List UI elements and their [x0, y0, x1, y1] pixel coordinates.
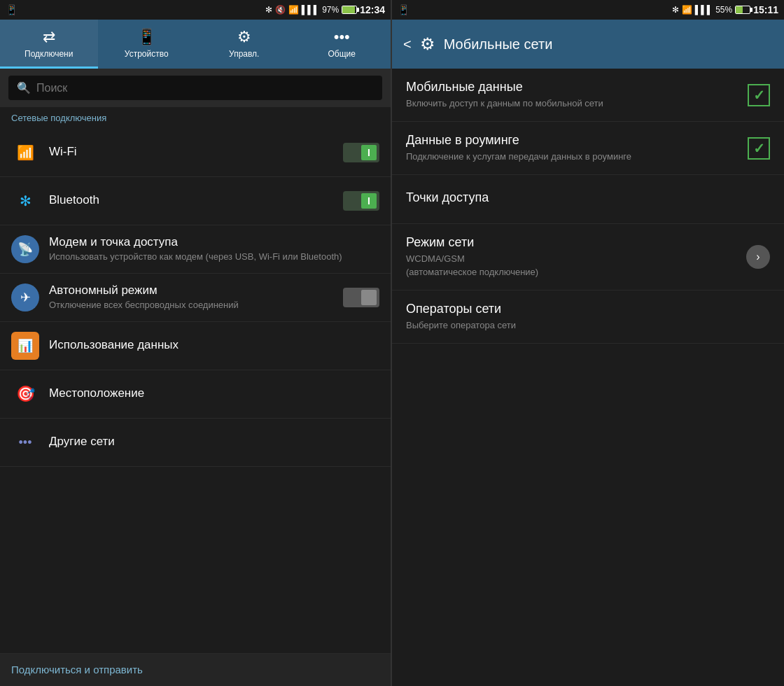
tab-connections-label: Подключени [24, 49, 73, 59]
bottom-bar[interactable]: Подключиться и отправить [0, 653, 391, 686]
airplane-symbol: ✈ [20, 290, 31, 305]
modem-title: Модем и точка доступа [49, 235, 379, 249]
signal-icon: ▌▌▌ [302, 5, 320, 15]
status-icons-right: ✻ 🔇 📶 ▌▌▌ 97% 12:34 [265, 4, 385, 15]
menu-item-modem[interactable]: 📡 Модем и точка доступа Использовать уст… [0, 225, 391, 274]
search-bar: 🔍 [0, 69, 391, 107]
right-menu-item-network-mode[interactable]: Режим сети WCDMA/GSM(автоматическое подк… [392, 224, 784, 290]
menu-item-bluetooth[interactable]: ✻ Bluetooth I [0, 177, 391, 225]
network-mode-subtitle: WCDMA/GSM(автоматическое подключение) [406, 253, 746, 278]
tab-general[interactable]: ••• Общие [293, 20, 391, 69]
modem-symbol: 📡 [18, 241, 33, 257]
mobile-data-subtitle: Включить доступ к данным по мобильной се… [406, 97, 748, 110]
right-panel: 📱 ✻ 📶 ▌▌▌ 55% 15:11 < ⚙ Мобильные сети М… [392, 0, 784, 686]
right-menu-item-mobile-data[interactable]: Мобильные данные Включить доступ к данны… [392, 69, 784, 122]
data-symbol: 📊 [18, 338, 33, 354]
tab-connections-icon: ⇄ [43, 28, 55, 46]
access-points-title: Точки доступа [406, 190, 770, 205]
roaming-subtitle: Подключение к услугам передачи данных в … [406, 150, 748, 163]
settings-gear-icon: ⚙ [420, 34, 435, 54]
mobile-data-checkmark[interactable]: ✓ [748, 84, 770, 106]
data-icon: 📊 [11, 332, 39, 360]
tab-device-icon: 📱 [137, 28, 156, 46]
bluetooth-symbol: ✻ [20, 192, 31, 209]
operators-text: Операторы сети Выберите оператора сети [406, 302, 770, 332]
data-title: Использование данных [49, 338, 379, 352]
right-menu-item-roaming[interactable]: Данные в роуминге Подключение к услугам … [392, 122, 784, 175]
battery-icon-left [342, 6, 357, 14]
search-input[interactable] [36, 82, 374, 94]
status-icons-right-right: ✻ 📶 ▌▌▌ 55% 15:11 [672, 4, 778, 15]
other-title: Другие сети [49, 435, 379, 449]
wifi-toggle-knob: I [361, 145, 377, 160]
airplane-icon: ✈ [11, 284, 39, 312]
menu-item-other[interactable]: ••• Другие сети [0, 419, 391, 467]
other-symbol: ••• [19, 435, 32, 450]
menu-item-location[interactable]: 🎯 Местоположение [0, 370, 391, 419]
back-button[interactable]: < [403, 36, 412, 52]
wifi-icon-status-right: 📶 [682, 5, 692, 15]
battery-icon-right [735, 6, 750, 14]
airplane-text: Автономный режим Отключение всех беспров… [49, 284, 343, 312]
wifi-symbol: 📶 [17, 144, 34, 161]
tab-general-label: Общие [328, 49, 356, 59]
airplane-title: Автономный режим [49, 284, 343, 298]
wifi-title: Wi-Fi [49, 145, 343, 159]
other-icon: ••• [11, 428, 39, 456]
menu-item-data[interactable]: 📊 Использование данных [0, 322, 391, 370]
bluetooth-toggle[interactable]: I [343, 191, 379, 211]
battery-fill-right [736, 6, 743, 13]
airplane-subtitle: Отключение всех беспроводных соединений [49, 300, 343, 312]
airplane-toggle-knob [361, 290, 377, 305]
search-input-wrap[interactable]: 🔍 [8, 76, 382, 100]
phone-icon-right: 📱 [398, 4, 410, 15]
signal-icon-right: ▌▌▌ [695, 5, 713, 15]
status-bar-right: 📱 ✻ 📶 ▌▌▌ 55% 15:11 [392, 0, 784, 20]
wifi-toggle[interactable]: I [343, 143, 379, 162]
bluetooth-title: Bluetooth [49, 193, 343, 207]
tab-device-label: Устройство [125, 49, 169, 59]
location-icon: 🎯 [11, 380, 39, 408]
status-icons-left: 📱 [6, 4, 18, 15]
wifi-text: Wi-Fi [49, 145, 343, 161]
tab-manage-label: Управл. [229, 49, 259, 59]
tab-bar: ⇄ Подключени 📱 Устройство ⚙ Управл. ••• … [0, 20, 391, 69]
modem-text: Модем и точка доступа Использовать устро… [49, 235, 379, 263]
modem-subtitle: Использовать устройство как модем (через… [49, 251, 379, 263]
network-mode-chevron[interactable]: › [746, 245, 770, 269]
tab-device[interactable]: 📱 Устройство [98, 20, 196, 69]
operators-subtitle: Выберите оператора сети [406, 319, 770, 332]
bluetooth-icon-status: ✻ [265, 5, 272, 15]
bottom-bar-text: Подключиться и отправить [11, 664, 143, 676]
location-title: Местоположение [49, 386, 379, 400]
battery-percent-left: 97% [322, 5, 339, 15]
right-header-title: Мобильные сети [444, 36, 553, 52]
roaming-checkmark[interactable]: ✓ [748, 137, 770, 160]
menu-item-wifi[interactable]: 📶 Wi-Fi I [0, 129, 391, 177]
access-points-text: Точки доступа [406, 190, 770, 208]
airplane-toggle[interactable] [343, 288, 379, 307]
roaming-title: Данные в роуминге [406, 133, 748, 148]
tab-general-icon: ••• [334, 28, 350, 46]
wifi-icon: 📶 [11, 139, 39, 167]
time-right: 15:11 [753, 4, 778, 15]
wifi-icon-status: 📶 [288, 5, 299, 15]
menu-item-airplane[interactable]: ✈ Автономный режим Отключение всех беспр… [0, 274, 391, 322]
left-panel: 📱 ✻ 🔇 📶 ▌▌▌ 97% 12:34 ⇄ Подключени 📱 Уст… [0, 0, 392, 686]
data-text: Использование данных [49, 338, 379, 354]
tab-manage[interactable]: ⚙ Управл. [195, 20, 293, 69]
section-header-connections: Сетевые подключения [0, 107, 391, 129]
location-symbol: 🎯 [16, 385, 35, 403]
network-mode-text: Режим сети WCDMA/GSM(автоматическое подк… [406, 235, 746, 278]
tab-manage-icon: ⚙ [237, 28, 251, 46]
mobile-data-text: Мобильные данные Включить доступ к данны… [406, 80, 748, 110]
bluetooth-text: Bluetooth [49, 193, 343, 209]
right-menu-item-access-points[interactable]: Точки доступа [392, 175, 784, 224]
bluetooth-icon: ✻ [11, 187, 39, 215]
right-menu-item-operators[interactable]: Операторы сети Выберите оператора сети [392, 290, 784, 344]
bluetooth-toggle-knob: I [361, 193, 377, 209]
mobile-data-title: Мобильные данные [406, 80, 748, 94]
tab-connections[interactable]: ⇄ Подключени [0, 20, 98, 69]
mute-icon: 🔇 [275, 5, 286, 15]
operators-title: Операторы сети [406, 302, 770, 316]
